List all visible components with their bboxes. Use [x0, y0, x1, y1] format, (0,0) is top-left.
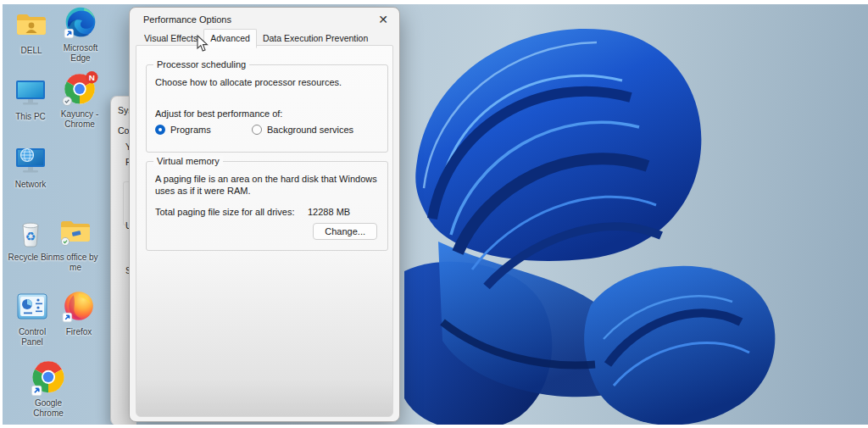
- radio-label: Background services: [267, 125, 353, 135]
- processor-scheduling-group: Processor scheduling Choose how to alloc…: [146, 64, 388, 153]
- close-icon[interactable]: ✕: [376, 12, 391, 27]
- desktop-icon-dell[interactable]: DELL: [7, 7, 56, 56]
- edge-icon: [56, 4, 105, 42]
- radio-label: Programs: [170, 125, 211, 135]
- virtual-memory-group: Virtual memory A paging file is an area …: [146, 161, 388, 251]
- mouse-cursor: [196, 35, 209, 53]
- icon-label: Control Panel: [8, 327, 57, 347]
- radio-unselected-icon: [252, 125, 262, 135]
- network-monitor-icon: [6, 141, 55, 178]
- radio-background-services[interactable]: Background services: [252, 125, 353, 135]
- desktop-icon-network[interactable]: Network: [6, 141, 55, 190]
- control-panel-icon: [8, 288, 57, 325]
- group-legend: Virtual memory: [153, 156, 223, 166]
- desktop-icon-microsoft-edge[interactable]: Microsoft Edge: [56, 4, 105, 64]
- icon-label: Microsoft Edge: [56, 43, 105, 64]
- group-legend: Processor scheduling: [153, 59, 249, 69]
- tab-strip: Visual Effects Advanced Data Execution P…: [138, 31, 374, 48]
- firefox-icon: [54, 288, 103, 325]
- adjust-prompt: Adjust for best performance of:: [155, 108, 381, 120]
- processor-description: Choose how to allocate processor resourc…: [155, 76, 381, 88]
- desktop-icon-google-chrome[interactable]: Google Chrome: [24, 359, 73, 419]
- chrome-icon: [24, 359, 73, 397]
- chrome-profile-icon: N: [55, 70, 104, 108]
- folder-icon: [51, 214, 100, 251]
- desktop-icon-control-panel[interactable]: Control Panel: [8, 288, 57, 347]
- performance-options-dialog: Performance Options ✕ Processor scheduli…: [129, 7, 400, 422]
- folder-user-icon: [7, 7, 56, 44]
- total-paging-value: 12288 MB: [308, 207, 350, 217]
- desktop: DELL Microsoft Edge: [0, 0, 868, 428]
- tab-data-execution-prevention[interactable]: Data Execution Prevention: [257, 31, 374, 47]
- letterbox-top: [0, 0, 868, 4]
- icon-label: Network: [6, 180, 55, 190]
- svg-text:N: N: [89, 73, 95, 82]
- recycle-bin-icon: ♻: [6, 214, 55, 251]
- tab-advanced[interactable]: Advanced: [203, 29, 257, 48]
- desktop-icon-firefox[interactable]: Firefox: [54, 288, 103, 337]
- total-paging-label: Total paging file size for all drives:: [155, 207, 308, 217]
- letterbox-left: [0, 0, 3, 428]
- icon-label: Kayuncy - Chrome: [55, 109, 104, 130]
- desktop-icon-this-pc[interactable]: This PC: [6, 73, 55, 122]
- monitor-icon: [6, 73, 55, 110]
- windows-bloom-wallpaper: [392, 0, 866, 428]
- dialog-title: Performance Options: [143, 14, 231, 25]
- virtual-memory-description: A paging file is an area on the hard dis…: [155, 173, 377, 197]
- icon-label: DELL: [7, 46, 56, 56]
- tab-panel: Processor scheduling Choose how to alloc…: [136, 45, 393, 417]
- radio-programs[interactable]: Programs: [155, 125, 252, 135]
- radio-selected-icon: [155, 125, 165, 135]
- svg-text:♻: ♻: [25, 230, 36, 243]
- icon-label: ms office by me: [51, 253, 100, 273]
- letterbox-bottom: [0, 425, 868, 428]
- tab-visual-effects[interactable]: Visual Effects: [138, 31, 203, 47]
- icon-label: Google Chrome: [24, 398, 73, 419]
- desktop-icon-ms-office-folder[interactable]: ms office by me: [51, 214, 100, 273]
- desktop-icon-recycle-bin[interactable]: ♻ Recycle Bin: [6, 214, 55, 263]
- icon-label: Firefox: [54, 327, 103, 337]
- icon-label: This PC: [6, 112, 55, 122]
- icon-label: Recycle Bin: [6, 253, 55, 263]
- desktop-icon-kayuncy-chrome[interactable]: N Kayuncy - Chrome: [55, 70, 104, 130]
- change-button[interactable]: Change...: [313, 223, 377, 240]
